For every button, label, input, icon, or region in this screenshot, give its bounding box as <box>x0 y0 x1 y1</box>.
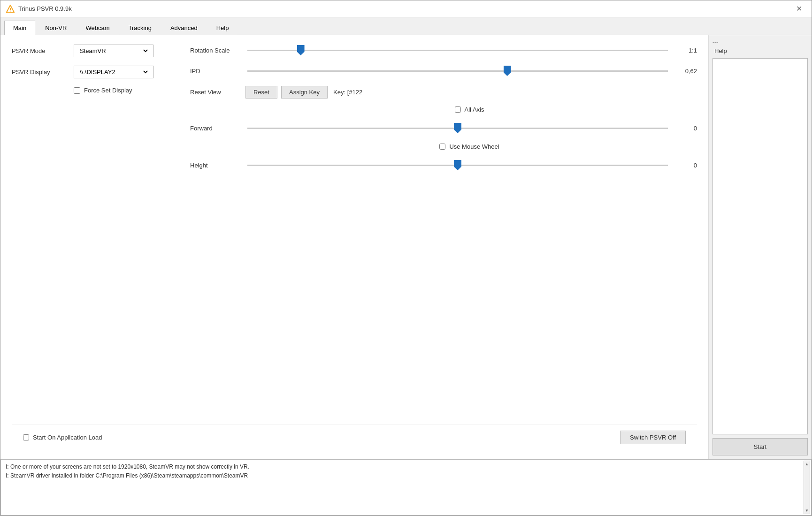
start-on-load-label[interactable]: Start On Application Load <box>33 434 102 441</box>
psvr-mode-label: PSVR Mode <box>12 47 68 54</box>
switch-psvr-off-button[interactable]: Switch PSVR Off <box>620 431 686 444</box>
use-mouse-wheel-label[interactable]: Use Mouse Wheel <box>449 143 499 150</box>
left-panel: PSVR Mode SteamVR Normal DirectMode PSVR… <box>0 35 708 459</box>
psvr-mode-dropdown[interactable]: SteamVR Normal DirectMode <box>74 45 153 57</box>
ipd-slider-container <box>247 65 668 76</box>
help-panel-title: Help <box>712 46 808 55</box>
height-row: Height 0 <box>190 159 697 171</box>
log-line-1: I: One or more of your screens are not s… <box>6 463 806 471</box>
rotation-scale-label: Rotation Scale <box>190 47 242 54</box>
scroll-up-arrow[interactable]: ▲ <box>804 461 810 467</box>
help-content-box <box>712 58 808 434</box>
all-axis-label[interactable]: All Axis <box>465 106 484 113</box>
title-bar-left: Trinus PSVR 0.9.9k <box>6 5 72 13</box>
use-mouse-wheel-row: Use Mouse Wheel <box>190 143 697 150</box>
height-label: Height <box>190 162 242 169</box>
help-dash: --- <box>712 39 808 46</box>
key-display: Key: [#122 <box>333 89 362 96</box>
psvr-display-row: PSVR Display \\.\DISPLAY2 \\.\DISPLAY1 <box>12 66 171 78</box>
tab-bar: Main Non-VR Webcam Tracking Advanced Hel… <box>0 17 812 35</box>
start-on-load-row: Start On Application Load <box>23 434 102 441</box>
force-set-display-checkbox[interactable] <box>74 87 80 94</box>
title-bar: Trinus PSVR 0.9.9k ✕ <box>0 0 812 17</box>
rotation-scale-slider[interactable] <box>247 50 668 51</box>
height-value: 0 <box>674 162 697 169</box>
reset-button[interactable]: Reset <box>245 86 277 99</box>
rotation-scale-row: Rotation Scale 1:1 <box>190 45 697 56</box>
right-settings: Rotation Scale 1:1 IPD 0,62 <box>190 45 697 425</box>
tab-advanced[interactable]: Advanced <box>161 21 207 35</box>
main-content: PSVR Mode SteamVR Normal DirectMode PSVR… <box>0 35 812 459</box>
reset-view-row: Reset View Reset Assign Key Key: [#122 <box>190 86 697 99</box>
tab-webcam[interactable]: Webcam <box>77 21 118 35</box>
tab-tracking[interactable]: Tracking <box>120 21 161 35</box>
app-icon <box>6 5 15 13</box>
psvr-display-select[interactable]: \\.\DISPLAY2 \\.\DISPLAY1 <box>78 68 149 76</box>
rotation-scale-value: 1:1 <box>674 47 697 54</box>
tab-help[interactable]: Help <box>207 21 238 35</box>
ipd-slider[interactable] <box>247 70 668 72</box>
tab-non-vr[interactable]: Non-VR <box>36 21 76 35</box>
scroll-down-arrow[interactable]: ▼ <box>804 508 810 514</box>
all-axis-row: All Axis <box>190 106 697 113</box>
psvr-display-label: PSVR Display <box>12 68 68 76</box>
start-on-load-checkbox[interactable] <box>23 434 29 440</box>
use-mouse-wheel-checkbox[interactable] <box>439 144 445 150</box>
start-button[interactable]: Start <box>712 438 808 455</box>
window-title: Trinus PSVR 0.9.9k <box>18 5 72 12</box>
forward-slider-container <box>247 122 668 134</box>
psvr-mode-row: PSVR Mode SteamVR Normal DirectMode <box>12 45 171 57</box>
rotation-scale-slider-container <box>247 45 668 56</box>
ipd-label: IPD <box>190 68 242 75</box>
left-settings: PSVR Mode SteamVR Normal DirectMode PSVR… <box>12 45 171 425</box>
svg-point-2 <box>10 10 11 11</box>
force-set-display-row: Force Set Display <box>74 87 171 94</box>
reset-view-label: Reset View <box>190 89 242 96</box>
log-scrollbar[interactable]: ▲ ▼ <box>804 461 810 514</box>
tab-main[interactable]: Main <box>4 21 35 35</box>
all-axis-checkbox[interactable] <box>455 106 461 113</box>
right-panel: --- Help Start <box>708 35 812 459</box>
force-set-display-label[interactable]: Force Set Display <box>84 87 132 94</box>
height-slider-container <box>247 159 668 171</box>
assign-key-button[interactable]: Assign Key <box>281 86 328 99</box>
ipd-row: IPD 0,62 <box>190 65 697 76</box>
log-line-2: I: SteamVR driver installed in folder C:… <box>6 471 806 480</box>
psvr-display-dropdown[interactable]: \\.\DISPLAY2 \\.\DISPLAY1 <box>74 66 153 78</box>
bottom-bar: Start On Application Load Switch PSVR Of… <box>12 425 697 450</box>
main-window: Trinus PSVR 0.9.9k ✕ Main Non-VR Webcam … <box>0 0 812 516</box>
ipd-value: 0,62 <box>674 68 697 75</box>
forward-row: Forward 0 <box>190 122 697 134</box>
close-button[interactable]: ✕ <box>792 2 806 16</box>
forward-slider[interactable] <box>247 128 668 129</box>
psvr-mode-select[interactable]: SteamVR Normal DirectMode <box>78 47 149 55</box>
forward-label: Forward <box>190 125 242 132</box>
log-area: I: One or more of your screens are not s… <box>0 459 812 516</box>
settings-area: PSVR Mode SteamVR Normal DirectMode PSVR… <box>12 45 697 425</box>
height-slider[interactable] <box>247 165 668 166</box>
forward-value: 0 <box>674 125 697 132</box>
